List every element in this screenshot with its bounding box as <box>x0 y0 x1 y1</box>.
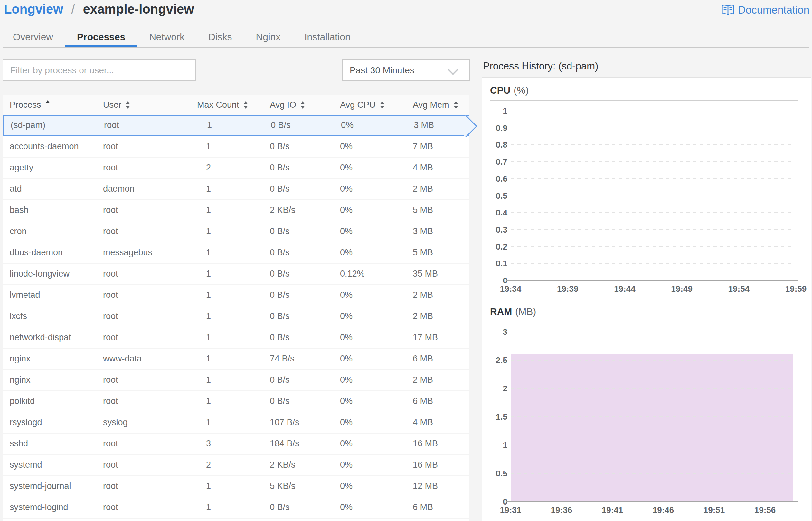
cell-process: systemd-journal <box>3 476 97 497</box>
table-row[interactable]: bashroot12 KB/s0%5 MB <box>3 200 469 221</box>
cell-user: root <box>97 476 190 497</box>
cell-max-count: 3 <box>190 433 263 454</box>
column-header-avg-io[interactable]: Avg IO <box>263 95 334 115</box>
search-input[interactable] <box>3 60 196 81</box>
longview-processes-page: Longview / example-longview Documentatio… <box>0 0 812 521</box>
table-row[interactable]: systemd-journalroot15 KB/s0%12 MB <box>3 476 469 497</box>
column-header-avg-mem[interactable]: Avg Mem <box>406 95 469 115</box>
cpu-x-tick-label: 19:49 <box>653 284 711 294</box>
table-row[interactable]: cronroot10 B/s0%3 MB <box>3 221 469 242</box>
cell-avg-mem: 2 MB <box>406 306 469 327</box>
cell-max-count: 1 <box>190 221 263 242</box>
column-label: Process <box>10 100 41 110</box>
cpu-y-tick-label: 1 <box>472 106 508 116</box>
ram-y-tick-label: 2 <box>472 383 508 394</box>
cell-avg-io: 0 B/s <box>263 221 334 242</box>
ram-chart-divider <box>490 322 798 323</box>
cpu-x-tick-label: 19:54 <box>710 284 768 294</box>
tab-processes[interactable]: Processes <box>65 27 137 47</box>
table-row[interactable]: linode-longviewroot10 B/s0.12%35 MB <box>3 264 469 284</box>
cell-process: agetty <box>3 158 97 178</box>
cpu-gridline <box>511 229 793 230</box>
table-row[interactable]: nginxroot10 B/s0%2 MB <box>3 370 469 390</box>
tab-nginx[interactable]: Nginx <box>244 27 293 47</box>
cell-avg-cpu: 0% <box>334 285 406 305</box>
cell-avg-mem: 2 MB <box>406 370 469 390</box>
cell-avg-io: 0 B/s <box>263 370 334 390</box>
table-row-partial <box>3 519 469 521</box>
table-row[interactable]: rsyslogdsyslog1107 B/s0%4 MB <box>3 412 469 433</box>
cpu-gridline <box>511 161 793 162</box>
cpu-gridline <box>511 263 793 264</box>
ram-gridline <box>511 332 793 332</box>
cpu-x-tick-label: 19:59 <box>767 284 812 294</box>
table-row[interactable]: systemdroot22 KB/s0%16 MB <box>3 455 469 475</box>
cell-user: messagebus <box>97 243 190 263</box>
cell-max-count: 1 <box>190 285 263 305</box>
cpu-y-tick-label: 0.4 <box>472 207 508 218</box>
ram-area-fill <box>511 355 793 502</box>
cpu-y-tick-label: 0.1 <box>472 258 508 269</box>
cell-avg-io: 0 B/s <box>263 158 334 178</box>
cell-process: rsyslogd <box>3 412 97 433</box>
cell-avg-mem: 5 MB <box>406 200 469 221</box>
time-range-select[interactable]: Past 30 Minutes <box>342 60 470 81</box>
ram-y-tick-label: 1.5 <box>472 412 508 422</box>
cell-avg-mem: 2 MB <box>406 179 469 199</box>
table-row[interactable]: networkd-dispatroot10 B/s0%17 MB <box>3 327 469 348</box>
cell-avg-io: 2 KB/s <box>263 455 334 475</box>
column-header-avg-cpu[interactable]: Avg CPU <box>334 95 406 115</box>
sort-icon <box>243 101 248 109</box>
cell-max-count: 1 <box>190 179 263 199</box>
column-header-max-count[interactable]: Max Count <box>190 95 263 115</box>
table-header-row: ProcessUserMax CountAvg IOAvg CPUAvg Mem <box>3 95 469 115</box>
table-row-selected[interactable]: (sd-pam)root10 B/s0%3 MB <box>3 115 469 136</box>
cell-user: syslog <box>97 412 190 433</box>
ram-gridline <box>511 473 793 474</box>
table-row[interactable]: sshdroot3184 B/s0%16 MB <box>3 433 469 454</box>
cpu-chart-title: CPU(%) <box>490 85 529 96</box>
cell-max-count: 1 <box>190 348 263 369</box>
cpu-zero-line <box>506 280 798 281</box>
cell-avg-cpu: 0% <box>334 391 406 412</box>
column-header-process[interactable]: Process <box>3 95 97 115</box>
cell-avg-io: 0 B/s <box>263 306 334 327</box>
cell-user: root <box>97 285 190 305</box>
table-row[interactable]: lxcfsroot10 B/s0%2 MB <box>3 306 469 327</box>
cell-max-count: 2 <box>190 158 263 178</box>
table-row[interactable]: nginxwww-data174 B/s0%6 MB <box>3 348 469 369</box>
cell-user: root <box>97 158 190 178</box>
cell-avg-io: 184 B/s <box>263 433 334 454</box>
cell-avg-mem: 35 MB <box>406 264 469 284</box>
cell-user: root <box>97 455 190 475</box>
cell-max-count: 1 <box>190 243 263 263</box>
table-row[interactable]: dbus-daemonmessagebus10 B/s0%5 MB <box>3 243 469 263</box>
sort-icon <box>126 101 130 109</box>
table-row[interactable]: lvmetadroot10 B/s0%2 MB <box>3 285 469 305</box>
cell-avg-cpu: 0% <box>334 158 406 178</box>
cell-avg-io: 0 B/s <box>263 285 334 305</box>
table-row[interactable]: accounts-daemonroot10 B/s0%7 MB <box>3 136 469 157</box>
cpu-gridline <box>511 144 793 145</box>
breadcrumb-parent-link[interactable]: Longview <box>4 2 63 16</box>
cpu-gridline <box>511 246 793 247</box>
cell-process: lxcfs <box>3 306 97 327</box>
tab-overview[interactable]: Overview <box>1 27 65 47</box>
table-row[interactable]: atddaemon10 B/s0%2 MB <box>3 179 469 199</box>
tab-installation[interactable]: Installation <box>292 27 362 47</box>
table-row[interactable]: polkitdroot10 B/s0%6 MB <box>3 391 469 412</box>
ram-y-tick-label: 0.5 <box>472 468 508 479</box>
tab-network[interactable]: Network <box>137 27 196 47</box>
column-header-user[interactable]: User <box>97 95 190 115</box>
cpu-x-tick-label: 19:34 <box>482 284 540 294</box>
cell-max-count: 1 <box>190 412 263 433</box>
cpu-x-tick-label: 19:44 <box>596 284 654 294</box>
cell-process: dbus-daemon <box>3 243 97 263</box>
cpu-y-tick-label: 0.8 <box>472 140 508 150</box>
tab-disks[interactable]: Disks <box>196 27 244 47</box>
column-label: Avg Mem <box>413 100 449 110</box>
table-row[interactable]: agettyroot20 B/s0%4 MB <box>3 158 469 178</box>
table-row[interactable]: systemd-logindroot10 B/s0%6 MB <box>3 497 469 518</box>
cell-avg-cpu: 0.12% <box>334 264 406 284</box>
documentation-link[interactable]: Documentation <box>721 4 809 16</box>
